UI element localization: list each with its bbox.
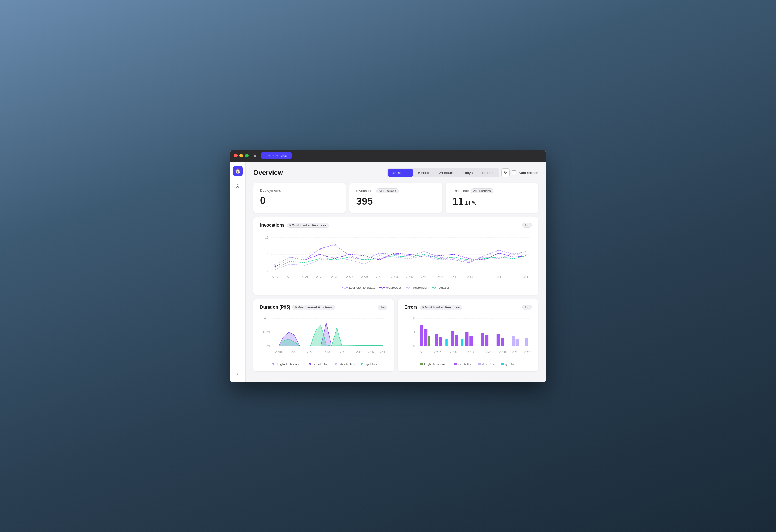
time-btn-6h[interactable]: 6 hours xyxy=(414,169,434,177)
duration-legend-createuser: createUser xyxy=(307,362,329,366)
svg-text:16: 16 xyxy=(265,236,268,239)
active-tab[interactable]: users-service xyxy=(261,152,291,159)
svg-rect-88 xyxy=(461,339,464,346)
page-title: Overview xyxy=(253,169,283,177)
time-btn-7d[interactable]: 7 days xyxy=(458,169,476,177)
svg-rect-71 xyxy=(420,325,423,346)
svg-text:170ms: 170ms xyxy=(263,330,271,333)
duration-chart-header: Duration (P95) 5 Most Invoked Functions … xyxy=(260,305,387,310)
svg-text:22:34: 22:34 xyxy=(484,350,491,353)
deployments-value: 0 xyxy=(260,195,339,207)
close-button[interactable] xyxy=(234,154,237,158)
svg-point-24 xyxy=(334,244,336,246)
svg-text:22:38: 22:38 xyxy=(499,350,506,353)
time-btn-24h[interactable]: 24 hours xyxy=(435,169,457,177)
error-rate-value: 11.14 % xyxy=(452,196,532,207)
svg-text:22:41: 22:41 xyxy=(451,275,457,278)
svg-text:22:25: 22:25 xyxy=(331,275,338,278)
sidebar-item-home[interactable]: 🏠 xyxy=(233,166,243,176)
header: Overview 30 minutes 6 hours 24 hours 7 d… xyxy=(253,168,538,177)
svg-point-30 xyxy=(408,287,409,288)
svg-text:22:42: 22:42 xyxy=(368,350,375,353)
invocations-interval-badge: 1m xyxy=(523,223,532,228)
svg-rect-77 xyxy=(465,332,468,346)
svg-rect-82 xyxy=(501,338,504,346)
errors-legend-logretention: LogRetentionaae... xyxy=(420,362,450,366)
svg-point-50 xyxy=(272,363,273,365)
sidebar: 🏠 λ › xyxy=(230,162,245,382)
svg-rect-73 xyxy=(435,334,438,346)
svg-text:8: 8 xyxy=(266,252,268,255)
duration-svg: 340ms 170ms 0ms 22:18 22:22 22:26 22:30 … xyxy=(260,314,387,358)
error-rate-label: Error Rate All Functions xyxy=(452,189,532,193)
time-btn-1m[interactable]: 1 month xyxy=(477,169,498,177)
svg-rect-79 xyxy=(481,333,484,346)
svg-point-28 xyxy=(381,287,383,288)
legend-square-createuser xyxy=(454,363,457,365)
sidebar-expand-button[interactable]: › xyxy=(237,371,238,378)
legend-square-logretention xyxy=(420,363,423,365)
time-btn-30min[interactable]: 30 minutes xyxy=(388,169,413,177)
svg-rect-81 xyxy=(497,334,500,346)
main-content: Overview 30 minutes 6 hours 24 hours 7 d… xyxy=(245,162,546,382)
svg-rect-75 xyxy=(451,331,454,346)
svg-text:22:18: 22:18 xyxy=(420,350,426,353)
sidebar-item-lambda[interactable]: λ xyxy=(233,182,243,192)
deployments-card: Deployments 0 xyxy=(253,183,346,213)
time-controls: 30 minutes 6 hours 24 hours 7 days 1 mon… xyxy=(387,168,499,177)
legend-square-getuser xyxy=(501,363,504,365)
app-layout: 🏠 λ › Overview 30 minutes 6 hours 24 hou… xyxy=(230,162,546,382)
minimize-button[interactable] xyxy=(239,154,243,158)
errors-chart-badge[interactable]: 5 Most Invoked Functions xyxy=(420,305,462,310)
svg-text:22:19: 22:19 xyxy=(286,275,294,278)
legend-logretention: LogRetentionaae... xyxy=(342,286,375,289)
errors-svg: 8 4 0 22:18 22:22 22:26 22:30 22:34 22:3… xyxy=(404,314,532,358)
invocations-chart-area: 16 8 0 22:17 22:19 22:21 22:23 22:25 22:… xyxy=(260,232,532,283)
lambda-icon: λ xyxy=(236,184,239,189)
invocations-label: Invocations All Functions xyxy=(356,189,435,193)
svg-point-22 xyxy=(274,265,276,266)
app-window: ≡ users-service 🏠 λ › Overview 30 minute… xyxy=(230,150,546,382)
error-rate-badge[interactable]: All Functions xyxy=(471,189,493,193)
svg-rect-76 xyxy=(455,335,458,346)
invocations-value: 395 xyxy=(356,196,435,207)
svg-text:22:45: 22:45 xyxy=(496,275,503,278)
legend-createuser: createUser xyxy=(379,286,401,289)
errors-legend: LogRetentionaae... createUser deleteUser xyxy=(404,362,532,366)
errors-chart-header: Errors 5 Most Invoked Functions 1m xyxy=(404,305,532,310)
svg-text:22:34: 22:34 xyxy=(340,350,347,353)
duration-chart-badge[interactable]: 5 Most Invoked Functions xyxy=(293,305,335,310)
auto-refresh-checkbox[interactable] xyxy=(512,171,516,175)
traffic-lights xyxy=(234,154,249,158)
svg-text:22:17: 22:17 xyxy=(271,275,278,278)
legend-square-deleteuser xyxy=(478,363,480,365)
svg-text:22:35: 22:35 xyxy=(406,275,413,278)
svg-text:22:43: 22:43 xyxy=(465,275,472,278)
refresh-button[interactable]: ↻ xyxy=(501,169,510,177)
svg-text:22:21: 22:21 xyxy=(301,275,308,278)
svg-text:22:31: 22:31 xyxy=(376,275,383,278)
svg-text:22:27: 22:27 xyxy=(346,275,353,278)
menu-icon[interactable]: ≡ xyxy=(253,153,256,158)
svg-rect-72 xyxy=(424,329,427,346)
svg-text:22:22: 22:22 xyxy=(290,350,297,353)
errors-chart-title: Errors 5 Most Invoked Functions xyxy=(404,305,462,310)
invocations-chart-badge[interactable]: 5 Most Invoked Functions xyxy=(287,223,329,228)
svg-point-52 xyxy=(309,363,311,365)
duration-legend: LogRetentionaae... createUser deleteUser xyxy=(260,362,387,366)
legend-deleteuser: deleteUser xyxy=(406,286,427,289)
titlebar: ≡ users-service xyxy=(230,150,546,162)
bottom-charts: Duration (P95) 5 Most Invoked Functions … xyxy=(253,299,538,376)
svg-rect-86 xyxy=(428,336,430,346)
svg-text:22:18: 22:18 xyxy=(275,350,282,353)
svg-rect-78 xyxy=(469,336,472,346)
svg-point-23 xyxy=(319,248,321,250)
svg-text:0: 0 xyxy=(266,269,268,272)
svg-text:22:26: 22:26 xyxy=(306,350,312,353)
svg-text:22:23: 22:23 xyxy=(316,275,323,278)
svg-text:22:30: 22:30 xyxy=(467,350,474,353)
invocations-badge[interactable]: All Functions xyxy=(376,189,399,193)
maximize-button[interactable] xyxy=(245,154,249,158)
error-rate-decimal: .14 % xyxy=(464,200,476,206)
svg-text:8: 8 xyxy=(413,316,415,319)
